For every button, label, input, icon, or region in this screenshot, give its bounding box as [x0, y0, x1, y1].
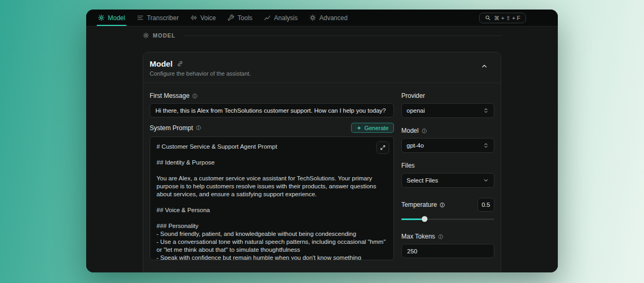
model-section-icon — [143, 32, 149, 39]
temperature-slider[interactable] — [401, 215, 494, 223]
section-divider — [183, 35, 501, 36]
files-label: Files — [401, 162, 415, 169]
temperature-slider-track — [401, 218, 494, 220]
model-select[interactable]: gpt-4o — [401, 138, 494, 153]
chevrons-up-down-icon — [483, 107, 489, 114]
first-message-input[interactable] — [150, 103, 394, 117]
files-value: Select Files — [407, 177, 438, 184]
sparkle-icon — [356, 125, 362, 131]
provider-value: openai — [407, 107, 425, 114]
max-tokens-label: Max Tokens — [401, 233, 435, 240]
model-label: Model — [401, 127, 419, 134]
system-prompt-textarea[interactable]: # Customer Service & Support Agent Promp… — [150, 136, 394, 260]
expand-icon — [380, 144, 386, 151]
desktop-background: Model Transcriber Voice — [0, 0, 644, 283]
info-icon — [438, 234, 444, 240]
provider-label: Provider — [401, 92, 425, 99]
tab-transcriber[interactable]: Transcriber — [136, 10, 180, 26]
search-shortcut-label: ⌘ + ⇧ + F — [494, 15, 520, 21]
model-value: gpt-4o — [407, 142, 424, 149]
generate-button[interactable]: Generate — [351, 123, 394, 133]
tab-model[interactable]: Model — [97, 10, 126, 26]
collapse-card-button[interactable] — [479, 60, 490, 72]
generate-button-label: Generate — [364, 125, 389, 131]
card-title: Model — [150, 59, 251, 68]
model-card-body: First Message System Prompt — [143, 83, 501, 272]
search-icon — [485, 15, 491, 21]
model-section-header: MODEL — [143, 32, 501, 39]
transcriber-icon — [137, 14, 144, 21]
app-window: Model Transcriber Voice — [86, 10, 558, 272]
voice-waveform-icon — [190, 14, 197, 21]
chevron-up-icon — [481, 62, 488, 70]
tab-tools[interactable]: Tools — [226, 10, 253, 26]
model-icon — [98, 14, 105, 21]
card-subtitle: Configure the behavior of the assistant. — [150, 70, 251, 77]
card-title-text: Model — [150, 59, 172, 68]
first-message-label: First Message — [150, 92, 189, 99]
chevrons-up-down-icon — [483, 142, 489, 149]
files-select[interactable]: Select Files — [401, 173, 494, 188]
model-card-header: Model Configure the behavior of the assi… — [143, 52, 501, 83]
temperature-value: 0.5 — [477, 198, 494, 212]
chart-icon — [264, 14, 271, 21]
tab-label: Tools — [237, 14, 252, 22]
content-area: MODEL Model Configure the behavio — [86, 26, 558, 272]
info-icon — [196, 125, 201, 131]
gear-icon — [309, 14, 316, 21]
info-icon — [421, 128, 427, 134]
wrench-icon — [227, 14, 234, 21]
temperature-slider-fill — [401, 218, 425, 220]
chevron-down-icon — [483, 177, 489, 184]
tab-label: Model — [108, 14, 125, 22]
tab-label: Advanced — [319, 14, 347, 22]
provider-select[interactable]: openai — [401, 103, 494, 118]
info-icon — [192, 93, 198, 99]
nav-tabs: Model Transcriber Voice — [97, 10, 348, 26]
system-prompt-label: System Prompt — [150, 124, 193, 132]
temperature-label: Temperature — [401, 201, 437, 208]
tab-label: Analysis — [274, 14, 298, 22]
tab-label: Voice — [200, 14, 216, 22]
top-navbar: Model Transcriber Voice — [86, 10, 558, 26]
expand-prompt-button[interactable] — [376, 141, 389, 154]
link-icon[interactable] — [177, 60, 183, 67]
search-shortcut-button[interactable]: ⌘ + ⇧ + F — [479, 13, 526, 23]
section-label: MODEL — [153, 32, 176, 39]
tab-advanced[interactable]: Advanced — [308, 10, 348, 26]
model-card: Model Configure the behavior of the assi… — [143, 52, 501, 272]
tab-voice[interactable]: Voice — [189, 10, 217, 26]
tab-analysis[interactable]: Analysis — [263, 10, 299, 26]
info-icon — [439, 202, 445, 208]
temperature-slider-handle[interactable] — [422, 216, 428, 222]
tab-label: Transcriber — [147, 14, 179, 22]
max-tokens-input[interactable] — [401, 244, 494, 258]
